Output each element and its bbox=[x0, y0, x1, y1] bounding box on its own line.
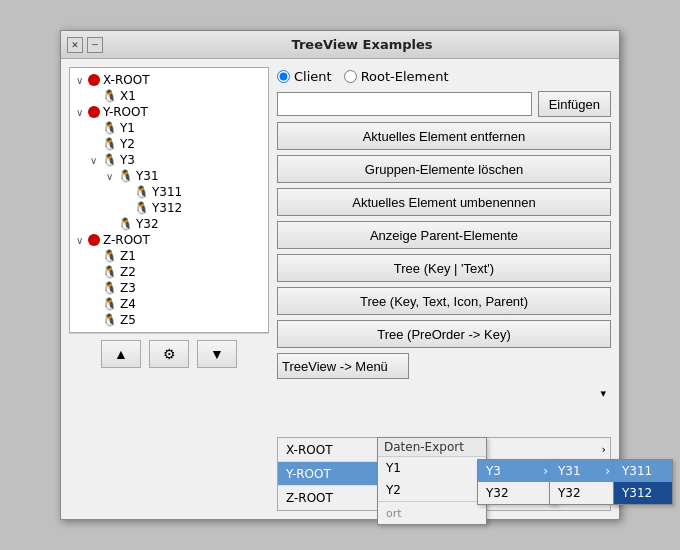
left-panel: ∨ X-ROOT 🐧 X1 ∨ Y-ROOT 🐧 bbox=[69, 67, 269, 511]
radio-client-text: Client bbox=[294, 69, 332, 84]
submenu-y2[interactable]: Y2 bbox=[378, 479, 486, 501]
tree-node-z1[interactable]: 🐧 Z1 bbox=[74, 248, 264, 264]
tree-node-y31[interactable]: ∨ 🐧 Y31 bbox=[74, 168, 264, 184]
move-up-button[interactable]: ▲ bbox=[101, 340, 141, 368]
penguin-y1-icon: 🐧 bbox=[102, 121, 117, 135]
penguin-z1-icon: 🐧 bbox=[102, 249, 117, 263]
yroot-dot-icon bbox=[88, 106, 100, 118]
z3-label: Z3 bbox=[120, 281, 136, 295]
z2-label: Z2 bbox=[120, 265, 136, 279]
daten-export-header: Daten-Export bbox=[378, 438, 486, 457]
submenu-y311[interactable]: Y311 bbox=[614, 460, 672, 482]
einfuegen-button[interactable]: Einfügen bbox=[538, 91, 611, 117]
tree-preorder-button[interactable]: Tree (PreOrder -> Key) bbox=[277, 320, 611, 348]
penguin-z3-icon: 🐧 bbox=[102, 281, 117, 295]
submenu-ort[interactable]: ort bbox=[378, 502, 486, 524]
window-title: TreeView Examples bbox=[111, 37, 613, 52]
y311-label: Y311 bbox=[152, 185, 182, 199]
xroot-label: X-ROOT bbox=[103, 73, 150, 87]
tree-node-y311[interactable]: 🐧 Y311 bbox=[74, 184, 264, 200]
tree-node-y312[interactable]: 🐧 Y312 bbox=[74, 200, 264, 216]
tree-key-text-icon-button[interactable]: Tree (Key, Text, Icon, Parent) bbox=[277, 287, 611, 315]
tree-node-z2[interactable]: 🐧 Z2 bbox=[74, 264, 264, 280]
xroot-dot-icon bbox=[88, 74, 100, 86]
tree-node-x1[interactable]: 🐧 X1 bbox=[74, 88, 264, 104]
zroot-label: Z-ROOT bbox=[103, 233, 150, 247]
window-controls: ✕ ─ bbox=[67, 37, 103, 53]
tree-node-y32[interactable]: 🐧 Y32 bbox=[74, 216, 264, 232]
tree-toolbar: ▲ ⚙ ▼ bbox=[69, 333, 269, 374]
radio-root-label[interactable]: Root-Element bbox=[344, 69, 449, 84]
toggle-yroot[interactable]: ∨ bbox=[76, 107, 88, 118]
text-input[interactable] bbox=[277, 92, 532, 116]
radio-group: Client Root-Element bbox=[277, 67, 611, 86]
submenu-y31-label: Y31 bbox=[558, 464, 581, 478]
y31-label: Y31 bbox=[136, 169, 159, 183]
yroot-label: Y-ROOT bbox=[103, 105, 148, 119]
close-button[interactable]: ✕ bbox=[67, 37, 83, 53]
toggle-y31[interactable]: ∨ bbox=[106, 171, 118, 182]
submenu-level1: Daten-Export Y1 Y2 ort bbox=[377, 437, 487, 525]
submenu-y312[interactable]: Y312 bbox=[614, 482, 672, 504]
tree-key-text-button[interactable]: Tree (Key | 'Text') bbox=[277, 254, 611, 282]
penguin-y3-icon: 🐧 bbox=[102, 153, 117, 167]
tree-node-z4[interactable]: 🐧 Z4 bbox=[74, 296, 264, 312]
submenu-level2: Y3 › Y32 bbox=[477, 459, 557, 505]
tree-node-z3[interactable]: 🐧 Z3 bbox=[74, 280, 264, 296]
penguin-x1-icon: 🐧 bbox=[102, 89, 117, 103]
penguin-y32-icon: 🐧 bbox=[118, 217, 133, 231]
menu-area: X-ROOT › Y-ROOT › Z-ROOT › Daten-Export bbox=[277, 437, 611, 511]
z4-label: Z4 bbox=[120, 297, 136, 311]
y3-label: Y3 bbox=[120, 153, 135, 167]
submenu-y3-arrow: › bbox=[543, 464, 548, 478]
y1-label: Y1 bbox=[120, 121, 135, 135]
submenu-y1[interactable]: Y1 bbox=[378, 457, 486, 479]
radio-root[interactable] bbox=[344, 70, 357, 83]
submenu-y3[interactable]: Y3 › bbox=[478, 460, 556, 482]
radio-client[interactable] bbox=[277, 70, 290, 83]
penguin-y31-icon: 🐧 bbox=[118, 169, 133, 183]
y2-label: Y2 bbox=[120, 137, 135, 151]
main-window: ✕ ─ TreeView Examples ∨ X-ROOT 🐧 X1 bbox=[60, 30, 620, 520]
toggle-zroot[interactable]: ∨ bbox=[76, 235, 88, 246]
submenu-y32c[interactable]: Y32 bbox=[550, 482, 618, 504]
tree-node-y1[interactable]: 🐧 Y1 bbox=[74, 120, 264, 136]
penguin-y2-icon: 🐧 bbox=[102, 137, 117, 151]
parent-button[interactable]: Anzeige Parent-Elemente bbox=[277, 221, 611, 249]
dropdown-wrapper[interactable]: TreeView -> Menü bbox=[277, 353, 611, 432]
toggle-xroot[interactable]: ∨ bbox=[76, 75, 88, 86]
move-down-button[interactable]: ▼ bbox=[197, 340, 237, 368]
submenu-y31[interactable]: Y31 › bbox=[550, 460, 618, 482]
entfernen-button[interactable]: Aktuelles Element entfernen bbox=[277, 122, 611, 150]
umbenennen-button[interactable]: Aktuelles Element umbenennen bbox=[277, 188, 611, 216]
penguin-y311-icon: 🐧 bbox=[134, 185, 149, 199]
right-panel: Client Root-Element Einfügen Aktuelles E… bbox=[277, 67, 611, 511]
y32-label: Y32 bbox=[136, 217, 159, 231]
z5-label: Z5 bbox=[120, 313, 136, 327]
toggle-y3[interactable]: ∨ bbox=[90, 155, 102, 166]
penguin-z5-icon: 🐧 bbox=[102, 313, 117, 327]
submenu-level3: Y31 › Y32 bbox=[549, 459, 619, 505]
tree-node-yroot[interactable]: ∨ Y-ROOT bbox=[74, 104, 264, 120]
submenu-y32b[interactable]: Y32 bbox=[478, 482, 556, 504]
treeview-menu-dropdown[interactable]: TreeView -> Menü bbox=[277, 353, 409, 379]
x1-label: X1 bbox=[120, 89, 136, 103]
submenu-y3-label: Y3 bbox=[486, 464, 501, 478]
zroot-dot-icon bbox=[88, 234, 100, 246]
penguin-z2-icon: 🐧 bbox=[102, 265, 117, 279]
tree-node-xroot[interactable]: ∨ X-ROOT bbox=[74, 72, 264, 88]
settings-button[interactable]: ⚙ bbox=[149, 340, 189, 368]
submenu-level4: Y311 Y312 bbox=[613, 459, 673, 505]
tree-node-y2[interactable]: 🐧 Y2 bbox=[74, 136, 264, 152]
loeschen-button[interactable]: Gruppen-Elemente löschen bbox=[277, 155, 611, 183]
input-row: Einfügen bbox=[277, 91, 611, 117]
minimize-button[interactable]: ─ bbox=[87, 37, 103, 53]
main-content: ∨ X-ROOT 🐧 X1 ∨ Y-ROOT 🐧 bbox=[61, 59, 619, 519]
tree-node-y3[interactable]: ∨ 🐧 Y3 bbox=[74, 152, 264, 168]
menu-xroot-arrow: › bbox=[598, 443, 610, 456]
submenu-y31-arrow: › bbox=[605, 464, 610, 478]
tree-node-zroot[interactable]: ∨ Z-ROOT bbox=[74, 232, 264, 248]
tree-view[interactable]: ∨ X-ROOT 🐧 X1 ∨ Y-ROOT 🐧 bbox=[69, 67, 269, 333]
radio-client-label[interactable]: Client bbox=[277, 69, 332, 84]
tree-node-z5[interactable]: 🐧 Z5 bbox=[74, 312, 264, 328]
